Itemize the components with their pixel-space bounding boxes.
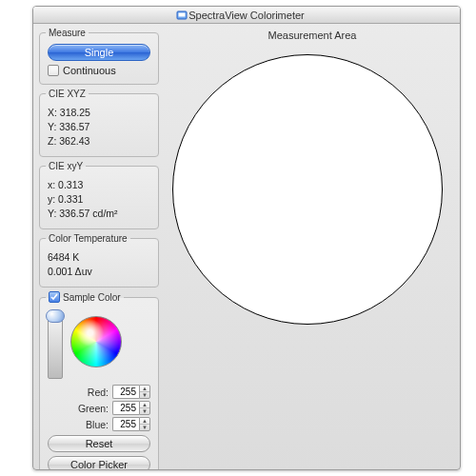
- brightness-slider[interactable]: [48, 312, 63, 379]
- window-title: SpectraView Colorimeter: [188, 10, 304, 21]
- green-input[interactable]: [112, 401, 139, 415]
- slider-thumb[interactable]: [46, 309, 65, 323]
- cie-xyy-legend: CIE xyY: [46, 161, 86, 171]
- cie-xyz-y: Y: 336.57: [48, 120, 150, 133]
- content: Measure Single Continuous CIE XYZ X: 318…: [33, 24, 460, 469]
- measurement-area-label: Measurement Area: [169, 30, 456, 41]
- left-panel: Measure Single Continuous CIE XYZ X: 318…: [33, 24, 165, 469]
- titlebar[interactable]: SpectraView Colorimeter: [33, 7, 460, 24]
- continuous-row[interactable]: Continuous: [48, 65, 150, 76]
- cie-xyz-group: CIE XYZ X: 318.25 Y: 336.57 Z: 362.43: [39, 89, 159, 157]
- color-temp-duv: 0.001 Δuv: [48, 265, 150, 278]
- green-stepper[interactable]: ▲▼: [112, 401, 150, 415]
- green-label: Green:: [72, 403, 109, 414]
- color-temp-legend: Color Temperature: [46, 233, 130, 244]
- green-step-down[interactable]: ▼: [140, 408, 149, 414]
- colorimeter-window: SpectraView Colorimeter Measure Single C…: [32, 6, 461, 470]
- cie-xyy-sx: x: 0.313: [48, 178, 150, 191]
- continuous-checkbox[interactable]: [48, 65, 59, 76]
- svg-rect-1: [179, 13, 186, 17]
- measure-legend: Measure: [46, 28, 89, 38]
- sample-color-group: Sample Color Red: ▲▼: [39, 291, 159, 470]
- continuous-label: Continuous: [63, 65, 116, 76]
- measurement-area-panel: Measurement Area: [165, 24, 460, 469]
- color-wheel[interactable]: [70, 316, 122, 367]
- green-step-up[interactable]: ▲: [140, 402, 149, 408]
- red-step-down[interactable]: ▼: [140, 392, 149, 398]
- blue-stepper[interactable]: ▲▼: [112, 417, 150, 431]
- cie-xyy-group: CIE xyY x: 0.313 y: 0.331 Y: 336.57 cd/m…: [39, 161, 159, 229]
- cie-xyz-legend: CIE XYZ: [46, 89, 89, 99]
- cie-xyz-z: Z: 362.43: [48, 134, 150, 148]
- single-button[interactable]: Single: [48, 44, 150, 61]
- red-input[interactable]: [112, 385, 139, 399]
- blue-step-up[interactable]: ▲: [140, 418, 149, 425]
- rgb-inputs: Red: ▲▼ Green: ▲▼ Blue: [48, 385, 150, 431]
- sample-color-checkbox[interactable]: [49, 291, 60, 303]
- red-label: Red:: [72, 387, 109, 398]
- measure-group: Measure Single Continuous: [39, 28, 159, 85]
- cie-xyy-Y: Y: 336.57 cd/m²: [48, 207, 150, 220]
- app-icon: [176, 9, 188, 20]
- measurement-circle: [172, 54, 443, 325]
- blue-input[interactable]: [112, 417, 139, 431]
- blue-label: Blue:: [72, 419, 109, 430]
- reset-button[interactable]: Reset: [48, 435, 150, 452]
- color-temp-kelvin: 6484 K: [48, 250, 150, 264]
- cie-xyz-x: X: 318.25: [48, 106, 150, 119]
- color-temp-group: Color Temperature 6484 K 0.001 Δuv: [39, 233, 159, 288]
- sample-color-legend: Sample Color: [63, 292, 121, 303]
- red-step-up[interactable]: ▲: [140, 386, 149, 392]
- red-stepper[interactable]: ▲▼: [112, 385, 150, 399]
- color-picker-button[interactable]: Color Picker: [48, 456, 150, 470]
- blue-step-down[interactable]: ▼: [140, 425, 149, 430]
- cie-xyy-sy: y: 0.331: [48, 192, 150, 206]
- sample-color-legend-row[interactable]: Sample Color: [46, 291, 124, 303]
